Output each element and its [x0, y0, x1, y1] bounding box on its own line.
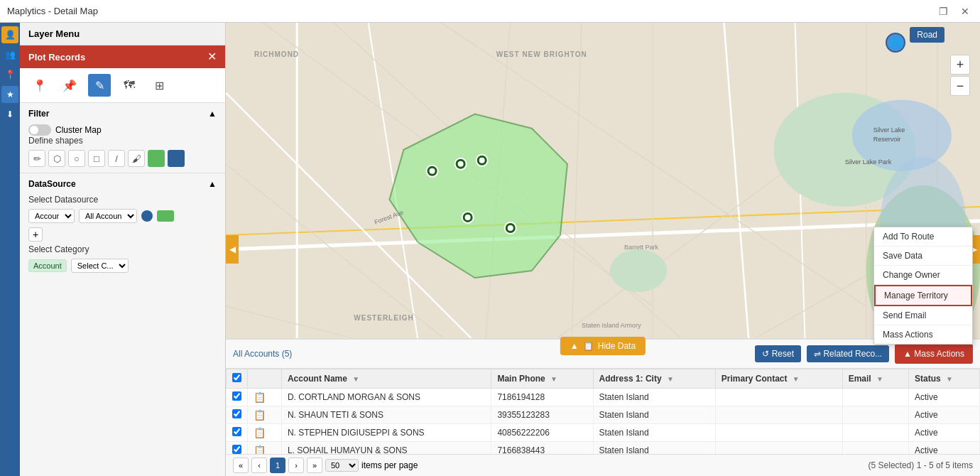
accounts-table: Account Name ▼ Main Phone ▼ Address 1: C… — [226, 369, 980, 454]
row-icon-cell-0: 📋 — [248, 389, 282, 406]
map-left-toggle-button[interactable]: ◀ — [226, 235, 239, 264]
table-row[interactable]: 📋 N. SHAUN TETI & SONS 39355123283 State… — [227, 406, 980, 424]
table-row[interactable]: 📋 N. STEPHEN DIGIUSEPPI & SONS 408562222… — [227, 424, 980, 442]
plot-records-label: Plot Records — [28, 52, 85, 63]
category-select[interactable]: Select C... — [71, 259, 129, 273]
road-button[interactable]: Road — [910, 27, 944, 43]
color-green[interactable] — [148, 150, 165, 167]
table-row[interactable]: 📋 L. SOHAIL HUMAYUN & SONS 7166838443 St… — [227, 442, 980, 455]
sidebar-icon-person[interactable]: 👤 — [1, 26, 18, 43]
accounts-link[interactable]: All Accounts (5) — [233, 349, 292, 359]
row-checkbox-cell-3[interactable] — [227, 442, 248, 455]
page-1-button[interactable]: 1 — [270, 458, 285, 473]
row-checkbox-2[interactable] — [232, 427, 241, 436]
panel-icon-pin[interactable]: 📌 — [58, 74, 81, 97]
panel-icon-grid[interactable]: ⊞ — [148, 74, 170, 97]
svg-text:Barrett Park: Barrett Park — [624, 244, 659, 251]
filter-section: Filter ▲ Cluster Map Define shapes ✏ ⬡ ○… — [20, 103, 225, 173]
table-row[interactable]: 📋 D. CORTLAND MORGAN & SONS 7186194128 S… — [227, 389, 980, 406]
datasource-color-dot — [141, 210, 153, 222]
datasource-select-1[interactable]: Accour — [28, 209, 75, 223]
select-all-checkbox[interactable] — [232, 373, 241, 382]
col-account-name[interactable]: Account Name ▼ — [281, 369, 491, 389]
col-main-phone[interactable]: Main Phone ▼ — [491, 369, 593, 389]
row-address-city-3: Staten Island — [593, 442, 715, 455]
datasource-color-swatch[interactable] — [157, 210, 174, 222]
cluster-map-switch[interactable] — [28, 124, 51, 136]
context-mass-actions[interactable]: Mass Actions — [874, 325, 972, 344]
row-checkbox-cell-1[interactable] — [227, 406, 248, 424]
panel-icon-globe[interactable]: 🗺 — [118, 74, 141, 97]
sidebar-icons: 👤 👥 📍 ★ ⬇ — [0, 23, 20, 476]
plot-records-close-button[interactable]: ✕ — [207, 51, 217, 63]
color-blue[interactable] — [168, 150, 185, 167]
svg-text:Silver Lake Park: Silver Lake Park — [845, 158, 892, 166]
pagination-bar: « ‹ 1 › » 50 25 100 items per page (5 Se… — [226, 454, 980, 476]
table-header-row: Account Name ▼ Main Phone ▼ Address 1: C… — [227, 369, 980, 389]
restore-button[interactable]: ❐ — [935, 4, 952, 18]
sidebar-icon-star[interactable]: ★ — [1, 86, 18, 103]
context-manage-territory[interactable]: Manage Territory — [874, 285, 972, 306]
cluster-map-label: Cluster Map — [55, 125, 102, 135]
row-main-phone-0: 7186194128 — [491, 389, 593, 406]
globe-icon[interactable]: 🌐 — [886, 33, 905, 53]
row-checkbox-0[interactable] — [232, 391, 241, 401]
mass-actions-button[interactable]: ▲ Mass Actions — [895, 344, 973, 364]
pagination-info: (5 Selected) 1 - 5 of 5 items — [869, 460, 973, 470]
main-container: 👤 👥 📍 ★ ⬇ Layer Menu Plot Records ✕ 📍 📌 … — [0, 23, 980, 476]
road-label: Road — [917, 30, 937, 40]
related-reco-button[interactable]: ⇌ Related Reco... — [807, 345, 889, 362]
row-primary-contact-0 — [715, 389, 842, 406]
context-save-data[interactable]: Save Data — [874, 247, 972, 266]
col-primary-contact[interactable]: Primary Contact ▼ — [715, 369, 842, 389]
context-send-email[interactable]: Send Email — [874, 306, 972, 325]
context-change-owner[interactable]: Change Owner — [874, 266, 972, 285]
pencil-tool[interactable]: ✏ — [28, 150, 45, 167]
panel-icon-edit[interactable]: ✎ — [88, 74, 111, 97]
next-page-button[interactable]: › — [288, 458, 304, 473]
col-checkbox — [227, 369, 248, 389]
context-menu: Add To Route Save Data Change Owner Mana… — [873, 227, 973, 345]
zoom-out-button[interactable]: − — [950, 76, 970, 96]
row-email-2 — [842, 424, 908, 442]
panel-icon-location[interactable]: 📍 — [28, 74, 51, 97]
col-status[interactable]: Status ▼ — [909, 369, 980, 389]
first-page-button[interactable]: « — [233, 458, 249, 473]
brush-tool[interactable]: 🖌 — [128, 150, 145, 167]
reset-button[interactable]: ↺ Reset — [755, 345, 801, 362]
row-checkbox-cell-2[interactable] — [227, 424, 248, 442]
per-page-select[interactable]: 50 25 100 — [325, 459, 359, 472]
row-address-city-0: Staten Island — [593, 389, 715, 406]
row-checkbox-cell-0[interactable] — [227, 389, 248, 406]
row-checkbox-1[interactable] — [232, 409, 241, 418]
prev-page-button[interactable]: ‹ — [251, 458, 267, 473]
polygon-tool[interactable]: ⬡ — [48, 150, 65, 167]
zoom-in-button[interactable]: + — [950, 55, 970, 75]
sidebar-icon-download[interactable]: ⬇ — [1, 106, 18, 123]
data-panel: All Accounts (5) ↺ Reset ⇌ Related Reco.… — [226, 338, 980, 476]
close-button[interactable]: ✕ — [957, 4, 973, 18]
line-tool[interactable]: / — [108, 150, 125, 167]
add-datasource-button[interactable]: + — [28, 227, 43, 242]
filter-collapse-icon[interactable]: ▲ — [208, 109, 217, 119]
rectangle-tool[interactable]: □ — [88, 150, 105, 167]
define-shapes-label: Define shapes — [28, 136, 217, 146]
zoom-controls: + − — [950, 55, 970, 96]
sidebar-icon-group[interactable]: 👥 — [1, 46, 18, 63]
hide-data-button[interactable]: ▲ 📋 Hide Data — [560, 337, 646, 355]
map-container[interactable]: RICHMOND WEST NEW BRIGHTON WESTERLEIGH B… — [226, 23, 980, 476]
row-account-name-1: N. SHAUN TETI & SONS — [281, 406, 491, 424]
datasource-collapse-icon[interactable]: ▲ — [208, 179, 217, 189]
context-add-to-route[interactable]: Add To Route — [874, 227, 972, 247]
svg-text:WESTERLEIGH: WESTERLEIGH — [354, 314, 413, 322]
sidebar-icon-marker[interactable]: 📍 — [1, 66, 18, 83]
last-page-button[interactable]: » — [307, 458, 322, 473]
circle-tool[interactable]: ○ — [68, 150, 85, 167]
svg-point-27 — [430, 168, 435, 174]
col-email[interactable]: Email ▼ — [842, 369, 908, 389]
row-checkbox-3[interactable] — [232, 445, 241, 454]
row-email-1 — [842, 406, 908, 424]
row-icon-cell-3: 📋 — [248, 442, 282, 455]
col-address-city[interactable]: Address 1: City ▼ — [593, 369, 715, 389]
datasource-select-2[interactable]: All Accoun — [79, 209, 137, 223]
